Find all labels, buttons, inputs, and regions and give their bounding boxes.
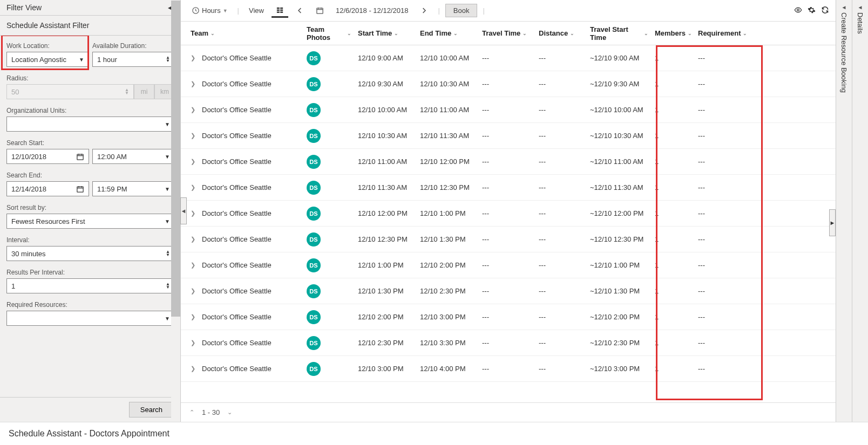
- filter-subtitle: Schedule Assistant Filter: [0, 16, 180, 36]
- cell-end: 12/10 10:00 AM: [417, 54, 479, 62]
- cell-end: 12/10 3:00 PM: [417, 313, 479, 321]
- page-up-button[interactable]: ⌃: [189, 409, 194, 416]
- expand-row-icon[interactable]: ❯: [191, 339, 195, 346]
- next-button[interactable]: [416, 3, 432, 18]
- cell-distance: ---: [535, 106, 587, 114]
- search-start-time[interactable]: 12:00 AM ▼: [92, 149, 175, 164]
- table-row[interactable]: ❯Doctor's Office Seattle DS 12/10 1:00 P…: [181, 252, 836, 278]
- create-booking-panel[interactable]: ◄ Create Resource Booking: [836, 0, 852, 422]
- expand-row-icon[interactable]: ❯: [191, 236, 195, 243]
- search-end-date[interactable]: 12/14/2018: [6, 181, 89, 196]
- col-travel-time[interactable]: Travel Time⌄: [479, 29, 535, 37]
- required-resources-label: Required Resources:: [6, 301, 175, 309]
- cell-distance: ---: [535, 132, 587, 140]
- col-team[interactable]: Team⌄: [187, 29, 303, 37]
- expand-row-icon[interactable]: ❯: [191, 106, 195, 113]
- interval-label: Interval:: [6, 236, 175, 244]
- avatar: DS: [307, 207, 321, 221]
- org-units-select[interactable]: ▼: [6, 117, 175, 132]
- hours-dropdown[interactable]: Hours ▼: [187, 3, 232, 18]
- cell-travel-start: ~12/10 12:30 PM: [587, 235, 652, 243]
- search-button[interactable]: Search: [129, 402, 174, 417]
- table-row[interactable]: ❯Doctor's Office Seattle DS 12/10 9:30 A…: [181, 71, 836, 97]
- table-row[interactable]: ❯Doctor's Office Seattle DS 12/10 1:30 P…: [181, 278, 836, 304]
- svg-rect-0: [77, 154, 83, 160]
- table-row[interactable]: ❯Doctor's Office Seattle DS 12/10 12:30 …: [181, 227, 836, 252]
- collapse-filter-handle[interactable]: ◄: [180, 197, 187, 224]
- col-start-time[interactable]: Start Time⌄: [355, 29, 417, 37]
- cell-start: 12/10 2:30 PM: [355, 339, 417, 347]
- col-requirement[interactable]: Requirement⌄: [695, 29, 746, 37]
- table-row[interactable]: ❯Doctor's Office Seattle DS 12/10 10:30 …: [181, 123, 836, 149]
- table-row[interactable]: ❯Doctor's Office Seattle DS 12/10 9:00 A…: [181, 45, 836, 71]
- required-resources-select[interactable]: ▼: [6, 311, 175, 326]
- work-location-value: Location Agnostic: [11, 56, 66, 64]
- cell-travel: ---: [479, 313, 535, 321]
- expand-row-icon[interactable]: ❯: [191, 54, 195, 61]
- expand-row-icon[interactable]: ❯: [191, 210, 195, 217]
- search-end-time-value: 11:59 PM: [97, 185, 127, 193]
- cell-end: 12/10 2:30 PM: [417, 287, 479, 295]
- cell-travel-start: ~12/10 11:00 AM: [587, 158, 652, 166]
- collapse-right-handle[interactable]: ►: [829, 209, 836, 236]
- col-distance[interactable]: Distance⌄: [535, 29, 587, 37]
- expand-row-icon[interactable]: ❯: [191, 365, 195, 372]
- date-range[interactable]: 12/6/2018 - 12/12/2018: [331, 3, 412, 18]
- book-button[interactable]: Book: [445, 4, 478, 17]
- expand-row-icon[interactable]: ❯: [191, 80, 195, 87]
- search-start-date[interactable]: 12/10/2018: [6, 149, 89, 164]
- page-title: Schedule Assistant - Doctors Appointment: [0, 422, 868, 445]
- table-row[interactable]: ❯Doctor's Office Seattle DS 12/10 10:00 …: [181, 97, 836, 123]
- avatar: DS: [307, 103, 321, 117]
- col-travel-start-time[interactable]: Travel Start Time⌄: [587, 25, 652, 42]
- sort-select[interactable]: Fewest Resources First ▼: [6, 214, 175, 229]
- interval-value: 30 minutes: [11, 250, 46, 258]
- date-picker-button[interactable]: [311, 3, 328, 18]
- eye-icon[interactable]: [794, 6, 802, 16]
- cell-distance: ---: [535, 183, 587, 191]
- details-panel[interactable]: ◄ Details: [852, 0, 868, 422]
- table-row[interactable]: ❯Doctor's Office Seattle DS 12/10 11:00 …: [181, 149, 836, 175]
- available-duration-input[interactable]: 1 hour ▲▼: [92, 52, 175, 67]
- expand-row-icon[interactable]: ❯: [191, 132, 195, 139]
- prev-button[interactable]: [291, 3, 308, 18]
- expand-row-icon[interactable]: ❯: [191, 184, 195, 191]
- expand-row-icon[interactable]: ❯: [191, 287, 195, 295]
- cell-requirement: ---: [695, 132, 746, 140]
- spinner-icon[interactable]: ▲▼: [166, 250, 170, 257]
- interval-input[interactable]: 30 minutes ▲▼: [6, 246, 175, 261]
- table-row[interactable]: ❯Doctor's Office Seattle DS 12/10 2:00 P…: [181, 304, 836, 330]
- gear-icon[interactable]: [808, 6, 816, 16]
- filter-scrollbar[interactable]: [171, 0, 180, 422]
- chevron-down-icon: ⌄: [211, 31, 215, 36]
- available-duration-value: 1 hour: [97, 56, 117, 64]
- expand-row-icon[interactable]: ❯: [191, 313, 195, 320]
- results-per-input[interactable]: 1 ▲▼: [6, 278, 175, 293]
- spinner-icon[interactable]: ▲▼: [166, 283, 170, 289]
- cell-requirement: ---: [695, 80, 746, 88]
- refresh-icon[interactable]: [821, 6, 829, 16]
- chevron-down-icon: ▼: [165, 121, 170, 127]
- cell-start: 12/10 1:30 PM: [355, 287, 417, 295]
- chevron-down-icon: ⌄: [453, 31, 458, 36]
- cell-distance: ---: [535, 235, 587, 243]
- table-row[interactable]: ❯Doctor's Office Seattle DS 12/10 11:30 …: [181, 175, 836, 201]
- col-team-photos[interactable]: Team Photos⌄: [303, 25, 355, 42]
- spinner-icon[interactable]: ▲▼: [166, 56, 170, 63]
- col-end-time[interactable]: End Time⌄: [417, 29, 479, 37]
- table-row[interactable]: ❯Doctor's Office Seattle DS 12/10 12:00 …: [181, 201, 836, 227]
- expand-row-icon[interactable]: ❯: [191, 158, 195, 165]
- cell-travel: ---: [479, 339, 535, 347]
- work-location-select[interactable]: Location Agnostic ▼: [6, 52, 89, 67]
- grid-body[interactable]: ❯Doctor's Office Seattle DS 12/10 9:00 A…: [181, 45, 836, 402]
- cell-distance: ---: [535, 261, 587, 269]
- grid-view-button[interactable]: [272, 3, 288, 18]
- expand-row-icon[interactable]: ❯: [191, 262, 195, 269]
- search-end-time[interactable]: 11:59 PM ▼: [92, 181, 175, 196]
- expand-left-icon: ◄: [842, 4, 847, 10]
- table-row[interactable]: ❯Doctor's Office Seattle DS 12/10 3:00 P…: [181, 356, 836, 382]
- table-row[interactable]: ❯Doctor's Office Seattle DS 12/10 2:30 P…: [181, 330, 836, 356]
- page-down-button[interactable]: ⌄: [227, 409, 232, 416]
- cell-end: 12/10 1:00 PM: [417, 209, 479, 217]
- col-members[interactable]: Members⌄: [652, 29, 695, 37]
